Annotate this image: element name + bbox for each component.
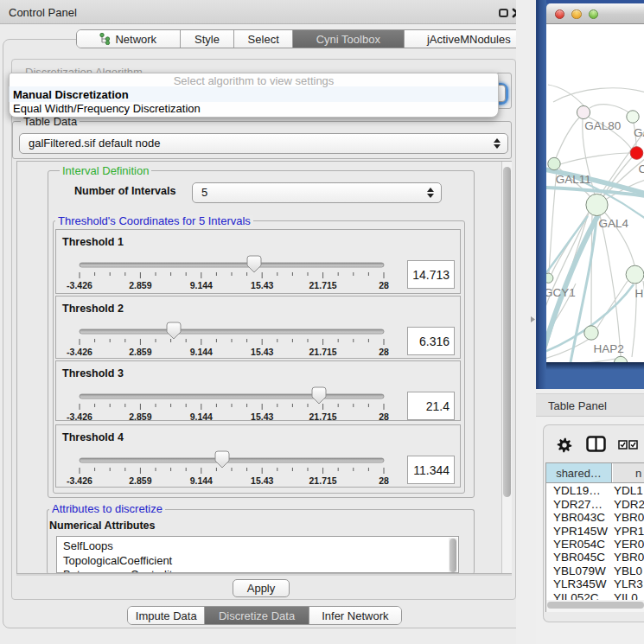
svg-text:-3.426: -3.426	[67, 280, 92, 290]
svg-text:28: 28	[379, 347, 389, 357]
svg-text:21.715: 21.715	[309, 411, 337, 420]
svg-text:HAP2: HAP2	[594, 342, 624, 355]
svg-text:21.715: 21.715	[309, 280, 337, 290]
svg-text:GA: GA	[634, 126, 644, 139]
svg-text:28: 28	[379, 475, 389, 486]
svg-text:28: 28	[379, 280, 389, 290]
svg-text:15.43: 15.43	[251, 280, 273, 290]
svg-text:2.859: 2.859	[129, 411, 151, 420]
svg-text:15.43: 15.43	[251, 347, 273, 357]
svg-text:15.43: 15.43	[251, 411, 273, 420]
svg-text:21.715: 21.715	[309, 347, 337, 357]
svg-text:-3.426: -3.426	[67, 475, 92, 486]
svg-text:9.144: 9.144	[190, 347, 213, 357]
svg-text:28: 28	[379, 411, 389, 420]
svg-text:2.859: 2.859	[129, 475, 151, 486]
svg-text:GAL4: GAL4	[599, 217, 629, 230]
svg-text:GAL80: GAL80	[584, 119, 621, 132]
svg-text:21.715: 21.715	[309, 475, 337, 486]
svg-text:2.859: 2.859	[129, 347, 151, 357]
svg-text:9.144: 9.144	[190, 280, 213, 290]
svg-text:-3.426: -3.426	[67, 411, 92, 420]
svg-text:GCY1: GCY1	[546, 286, 576, 299]
svg-text:GAL11: GAL11	[556, 173, 591, 186]
svg-text:9.144: 9.144	[190, 411, 213, 420]
svg-text:H: H	[635, 287, 644, 300]
svg-text:15.43: 15.43	[251, 475, 273, 486]
svg-text:9.144: 9.144	[190, 475, 213, 486]
svg-text:C: C	[639, 163, 644, 175]
svg-text:-3.426: -3.426	[67, 347, 92, 357]
svg-text:2.859: 2.859	[129, 280, 151, 290]
